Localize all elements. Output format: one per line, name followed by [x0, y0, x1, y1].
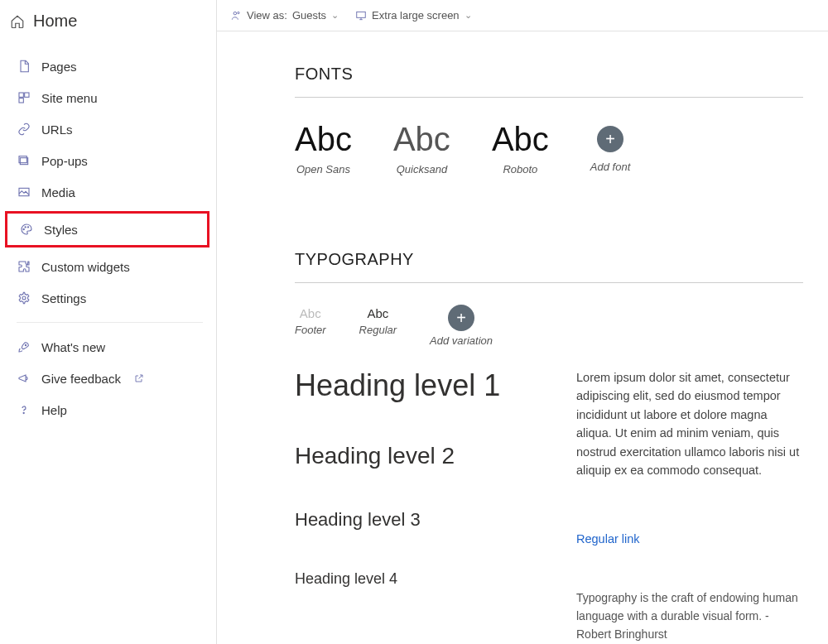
tab-sample: Abc — [295, 306, 326, 320]
sidebar-item-label: Media — [41, 185, 75, 199]
topbar: View as: Guests ⌄ Extra large screen ⌄ — [217, 0, 828, 31]
svg-point-13 — [238, 12, 239, 13]
heading-level-1: Heading level 1 — [295, 368, 543, 403]
add-font[interactable]: + Add font — [590, 121, 630, 173]
sidebar-item-customwidgets[interactable]: Custom widgets — [0, 251, 216, 282]
plus-icon: + — [448, 305, 474, 331]
fonts-list: Abc Open Sans Abc Quicksand Abc Roboto +… — [295, 121, 803, 175]
sidebar-item-label: Pop-ups — [41, 154, 88, 168]
monitor-icon — [355, 10, 367, 22]
topbar-screen-value: Extra large screen — [372, 9, 460, 22]
sidebar-item-settings[interactable]: Settings — [0, 282, 216, 314]
megaphone-icon — [17, 371, 31, 386]
sidebar-item-popups[interactable]: Pop-ups — [0, 145, 216, 176]
font-name: Open Sans — [295, 163, 352, 175]
tab-name: Regular — [359, 324, 397, 336]
typography-headings: Heading level 1 Heading level 2 Heading … — [295, 368, 543, 643]
typography-section-title: TYPOGRAPHY — [295, 250, 803, 269]
person-icon — [230, 10, 242, 22]
home-icon — [10, 14, 25, 29]
quote-text: Typography is the craft of endowing huma… — [576, 589, 803, 643]
fonts-section-title: FONTS — [295, 65, 803, 84]
sidebar-home[interactable]: Home — [0, 0, 216, 42]
chevron-down-icon: ⌄ — [331, 10, 339, 21]
sidebar-separator — [17, 322, 203, 323]
popup-icon — [17, 153, 31, 168]
sidebar: Home Pages Site menu URLs — [0, 0, 217, 644]
sidebar-nav: Pages Site menu URLs Pop-ups — [0, 42, 216, 425]
rocket-icon — [17, 339, 31, 354]
sidebar-item-whatsnew[interactable]: What's new — [0, 331, 216, 363]
topbar-viewas[interactable]: View as: Guests ⌄ — [230, 9, 339, 22]
svg-rect-14 — [357, 12, 366, 17]
page-icon — [17, 59, 31, 74]
section-divider — [295, 282, 803, 283]
media-icon — [17, 185, 31, 199]
sidebar-item-feedback[interactable]: Give feedback — [0, 363, 216, 394]
font-card[interactable]: Abc Quicksand — [393, 121, 450, 175]
plus-icon: + — [597, 126, 623, 152]
svg-point-9 — [22, 296, 26, 300]
svg-rect-2 — [19, 99, 23, 103]
palette-icon — [19, 222, 34, 237]
sidebar-item-label: Help — [41, 403, 67, 417]
sidebar-item-media[interactable]: Media — [0, 176, 216, 208]
sidebar-home-label: Home — [33, 12, 77, 31]
svg-rect-0 — [19, 93, 23, 97]
heading-level-2: Heading level 2 — [295, 443, 543, 469]
typography-tab-regular[interactable]: Abc Regular — [359, 306, 397, 336]
svg-point-7 — [25, 227, 26, 228]
link-icon — [17, 122, 31, 137]
lorem-paragraph: Lorem ipsum dolor sit amet, consectetur … — [576, 368, 803, 480]
font-sample: Abc — [295, 121, 352, 158]
sidebar-item-help[interactable]: Help — [0, 394, 216, 425]
sitemenu-icon — [17, 90, 31, 105]
gear-icon — [17, 291, 31, 305]
section-divider — [295, 97, 803, 98]
regular-link[interactable]: Regular link — [576, 530, 803, 548]
svg-point-6 — [23, 228, 24, 229]
chevron-down-icon: ⌄ — [465, 10, 472, 21]
svg-point-8 — [27, 227, 28, 228]
font-name: Roboto — [492, 163, 549, 175]
sidebar-item-label: Give feedback — [41, 372, 121, 386]
font-name: Quicksand — [393, 163, 450, 175]
sidebar-item-label: Site menu — [41, 91, 98, 105]
sidebar-item-label: Settings — [41, 291, 86, 305]
help-icon — [17, 402, 31, 417]
add-variation[interactable]: + Add variation — [430, 306, 493, 347]
content: FONTS Abc Open Sans Abc Quicksand Abc Ro… — [217, 31, 828, 644]
add-variation-label: Add variation — [430, 334, 493, 347]
font-card[interactable]: Abc Roboto — [492, 121, 549, 175]
sidebar-item-label: Styles — [44, 223, 78, 237]
sidebar-item-pages[interactable]: Pages — [0, 50, 216, 82]
tab-sample: Abc — [359, 306, 397, 320]
sidebar-item-sitemenu[interactable]: Site menu — [0, 82, 216, 113]
font-sample: Abc — [492, 121, 549, 158]
external-link-icon — [134, 373, 144, 383]
svg-rect-1 — [25, 93, 29, 97]
topbar-viewas-value: Guests — [292, 9, 326, 22]
typography-tab-footer[interactable]: Abc Footer — [295, 306, 326, 336]
svg-point-12 — [233, 12, 237, 15]
sidebar-item-label: Custom widgets — [41, 260, 130, 274]
puzzle-icon — [17, 259, 31, 274]
tab-name: Footer — [295, 324, 326, 336]
add-font-label: Add font — [590, 161, 630, 173]
font-sample: Abc — [393, 121, 450, 158]
topbar-viewas-prefix: View as: — [247, 9, 287, 22]
heading-level-4: Heading level 4 — [295, 570, 543, 588]
svg-point-11 — [23, 412, 24, 413]
heading-level-3: Heading level 3 — [295, 509, 543, 531]
topbar-screen[interactable]: Extra large screen ⌄ — [355, 9, 472, 22]
typography-tabs: Abc Footer Abc Regular + Add variation — [295, 306, 803, 347]
sidebar-item-label: Pages — [41, 60, 77, 74]
sidebar-item-label: What's new — [41, 340, 105, 354]
sidebar-item-styles-highlight: Styles — [5, 211, 209, 248]
svg-point-10 — [25, 344, 26, 345]
font-card[interactable]: Abc Open Sans — [295, 121, 352, 175]
typography-body: Lorem ipsum dolor sit amet, consectetur … — [576, 368, 803, 643]
sidebar-item-urls[interactable]: URLs — [0, 113, 216, 145]
sidebar-item-styles[interactable]: Styles — [7, 214, 207, 245]
sidebar-item-label: URLs — [41, 123, 73, 137]
